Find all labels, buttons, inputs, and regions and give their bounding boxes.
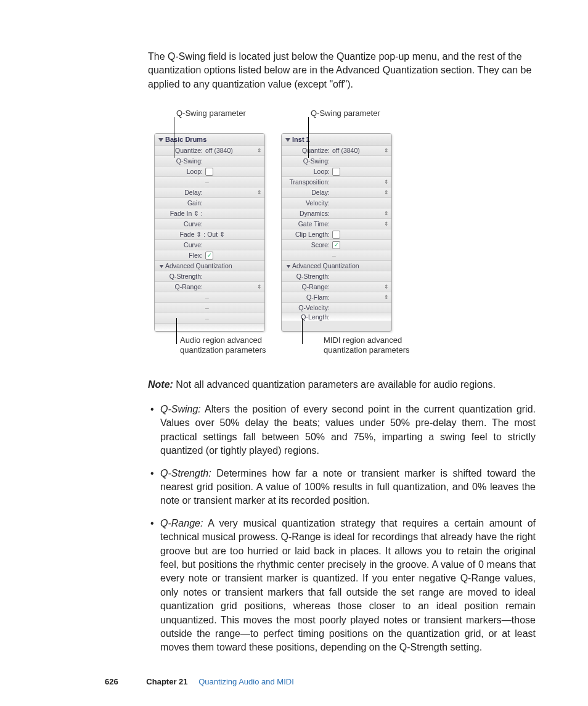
intro-paragraph: The Q-Swing field is located just below …	[148, 50, 536, 91]
loop-checkbox[interactable]	[205, 168, 213, 176]
section-advanced-quantization-left[interactable]: Advanced Quantization	[155, 261, 264, 271]
row-loop-r[interactable]: Loop:	[282, 166, 391, 177]
definitions-list: Q-Swing: Alters the position of every se…	[148, 403, 536, 655]
row-blank: –	[155, 313, 264, 324]
row-blank: –	[155, 303, 264, 313]
def-qstrength: Q-Strength: Determines how far a note or…	[150, 467, 536, 508]
stepper-icon[interactable]: ⇕	[384, 179, 389, 185]
row-fadeout[interactable]: Fade ⇕ : Out ⇕	[155, 229, 264, 240]
callout-top-right: Q-Swing parameter	[311, 109, 380, 118]
def-qswing: Q-Swing: Alters the position of every se…	[150, 403, 536, 458]
panel-inst1: Inst 1 Quantize: off (3840) ⇕ Q-Swing: L…	[281, 133, 392, 332]
stepper-icon[interactable]: ⇕	[384, 189, 389, 195]
row-qswing-r[interactable]: Q-Swing:	[282, 156, 391, 166]
row-qrange-r[interactable]: Q-Range: ⇕	[282, 282, 391, 292]
row-velocity[interactable]: Velocity:	[282, 198, 391, 208]
note-paragraph: Note: Not all advanced quantization para…	[148, 378, 536, 392]
def-qrange: Q-Range: A very musical quantization str…	[150, 517, 536, 655]
row-qstrength-r[interactable]: Q-Strength:	[282, 271, 391, 282]
disclosure-triangle-icon[interactable]	[285, 138, 290, 142]
row-curve2[interactable]: Curve:	[155, 240, 264, 250]
disclosure-triangle-icon[interactable]	[160, 265, 163, 268]
stepper-icon[interactable]: ⇕	[384, 294, 389, 300]
row-gatetime[interactable]: Gate Time: ⇕	[282, 219, 391, 229]
section-advanced-quantization-right[interactable]: Advanced Quantization	[282, 261, 391, 271]
note-text: Not all advanced quantization parameters…	[176, 379, 496, 390]
stepper-icon[interactable]: ⇕	[384, 221, 389, 227]
note-label: Note:	[148, 379, 173, 390]
score-checkbox[interactable]: ✓	[332, 241, 340, 249]
callout-bottom-right: MIDI region advanced quantization parame…	[298, 335, 425, 356]
figure-area: Q-Swing parameter Q-Swing parameter Basi…	[154, 109, 425, 356]
row-flex[interactable]: Flex: ✓	[155, 250, 264, 261]
page-number: 626	[105, 677, 118, 686]
row-cliplength[interactable]: Clip Length:	[282, 229, 391, 240]
stepper-icon[interactable]: ⇕	[257, 189, 262, 195]
row-score[interactable]: Score: ✓	[282, 240, 391, 250]
stepper-icon[interactable]: ⇕	[384, 210, 389, 216]
page-footer: 626 Chapter 21 Quantizing Audio and MIDI	[0, 677, 588, 686]
chapter-number: Chapter 21	[146, 677, 187, 686]
disclosure-triangle-icon[interactable]	[287, 265, 290, 268]
row-delay-r[interactable]: Delay: ⇕	[282, 187, 391, 198]
panel-basic-drums: Basic Drums Quantize: off (3840) ⇕ Q-Swi…	[154, 133, 265, 332]
panel-header-left[interactable]: Basic Drums	[155, 134, 264, 146]
row-blank: –	[155, 177, 264, 187]
row-qflam[interactable]: Q-Flam: ⇕	[282, 292, 391, 303]
row-quantize[interactable]: Quantize: off (3840) ⇕	[155, 146, 264, 156]
row-curve1[interactable]: Curve:	[155, 219, 264, 229]
row-delay[interactable]: Delay: ⇕	[155, 187, 264, 198]
row-qstrength-left[interactable]: Q-Strength:	[155, 271, 264, 282]
row-dynamics[interactable]: Dynamics: ⇕	[282, 208, 391, 219]
row-gain[interactable]: Gain:	[155, 198, 264, 208]
row-qlength[interactable]: Q-Length:	[282, 313, 391, 321]
disclosure-triangle-icon[interactable]	[158, 138, 163, 142]
chapter-title: Quantizing Audio and MIDI	[198, 677, 294, 686]
row-qswing[interactable]: Q-Swing:	[155, 156, 264, 166]
loop-checkbox[interactable]	[332, 168, 340, 176]
panel-title-left: Basic Drums	[165, 136, 206, 143]
panel-header-right[interactable]: Inst 1	[282, 134, 391, 146]
flex-checkbox[interactable]: ✓	[205, 252, 213, 260]
stepper-icon[interactable]: ⇕	[384, 284, 389, 290]
row-blank: –	[155, 292, 264, 303]
row-transposition[interactable]: Transposition: ⇕	[282, 177, 391, 187]
panel-title-right: Inst 1	[292, 136, 310, 143]
row-qrange-left[interactable]: Q-Range: ⇕	[155, 282, 264, 292]
callout-top-left: Q-Swing parameter	[176, 109, 246, 118]
stepper-icon[interactable]: ⇕	[384, 147, 389, 154]
cliplength-checkbox[interactable]	[332, 231, 340, 239]
row-fadein[interactable]: Fade In ⇕ :	[155, 208, 264, 219]
row-qvelocity[interactable]: Q-Velocity:	[282, 303, 391, 313]
row-loop[interactable]: Loop:	[155, 166, 264, 177]
callout-bottom-left: Audio region advanced quantization param…	[154, 335, 282, 356]
row-quantize-r[interactable]: Quantize: off (3840) ⇕	[282, 146, 391, 156]
stepper-icon[interactable]: ⇕	[257, 147, 262, 154]
stepper-icon[interactable]: ⇕	[257, 284, 262, 290]
row-blank: –	[282, 250, 391, 261]
